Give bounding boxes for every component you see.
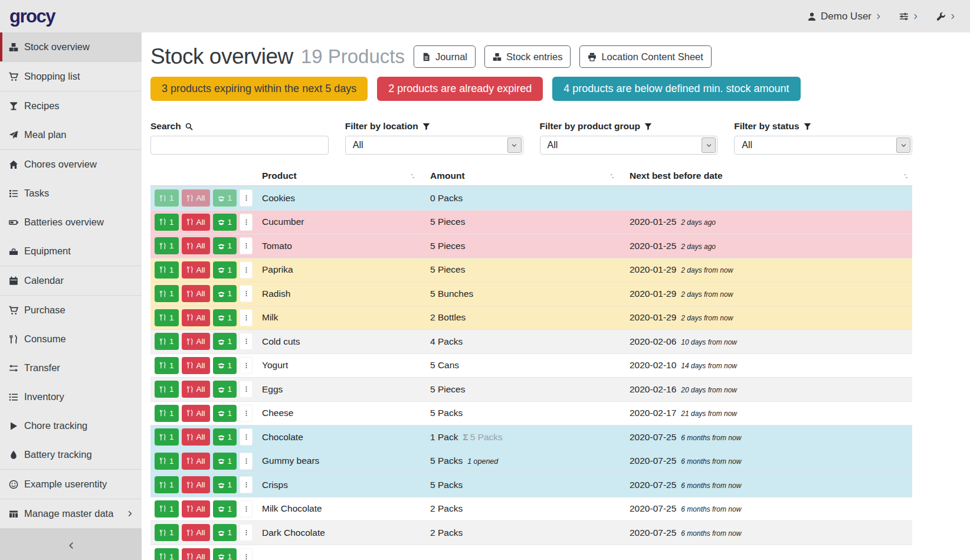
product-column-header[interactable]: Product <box>257 171 425 181</box>
best-before-column-header[interactable]: Next best before date <box>624 171 912 181</box>
consume-all-button[interactable]: All <box>182 428 210 446</box>
consume-all-button[interactable]: All <box>182 381 210 398</box>
sidebar-item-manage-master-data[interactable]: Manage master data <box>0 499 142 528</box>
consume-all-button[interactable]: All <box>182 500 210 518</box>
consume-one-button[interactable]: 1 <box>155 548 179 560</box>
expiring-alert[interactable]: 3 products expiring within the next 5 da… <box>150 77 368 101</box>
sidebar-item-consume[interactable]: Consume <box>0 325 142 353</box>
status-filter-select[interactable]: All <box>734 136 912 155</box>
consume-one-button[interactable]: 1 <box>155 237 179 254</box>
open-one-button[interactable]: 1 <box>213 548 237 560</box>
sidebar-item-tasks[interactable]: Tasks <box>0 179 142 208</box>
consume-all-button[interactable]: All <box>182 476 210 493</box>
consume-all-button[interactable]: All <box>182 189 210 207</box>
consume-one-button[interactable]: 1 <box>155 261 179 279</box>
open-one-button[interactable]: 1 <box>213 214 237 231</box>
open-one-button[interactable]: 1 <box>213 524 237 541</box>
row-more-menu-button[interactable] <box>240 309 253 326</box>
row-actions: 1All1 <box>150 285 257 302</box>
sidebar-item-meal-plan[interactable]: Meal plan <box>0 120 142 149</box>
settings-menu[interactable] <box>899 12 919 21</box>
open-one-button[interactable]: 1 <box>213 333 237 350</box>
user-menu[interactable]: Demo User <box>807 11 881 22</box>
consume-all-button[interactable]: All <box>182 453 210 470</box>
sidebar-item-stock-overview[interactable]: Stock overview <box>0 32 142 61</box>
row-more-menu-button[interactable] <box>240 285 253 302</box>
open-one-button[interactable]: 1 <box>213 285 237 302</box>
open-one-button[interactable]: 1 <box>213 428 237 446</box>
consume-one-button[interactable]: 1 <box>155 476 179 493</box>
sidebar-item-equipment[interactable]: Equipment <box>0 237 142 266</box>
row-more-menu-button[interactable] <box>240 428 253 446</box>
consume-one-button[interactable]: 1 <box>155 381 179 398</box>
consume-all-button[interactable]: All <box>182 548 210 560</box>
journal-button[interactable]: Journal <box>414 45 476 68</box>
open-one-button[interactable]: 1 <box>213 453 237 470</box>
row-more-menu-button[interactable] <box>240 405 253 422</box>
open-one-button[interactable]: 1 <box>213 261 237 279</box>
row-more-menu-button[interactable] <box>240 357 253 374</box>
row-more-menu-button[interactable] <box>240 381 253 398</box>
sidebar-item-transfer[interactable]: Transfer <box>0 353 142 382</box>
consume-all-button[interactable]: All <box>182 237 210 254</box>
sidebar-item-purchase[interactable]: Purchase <box>0 296 142 325</box>
admin-menu[interactable] <box>936 12 956 21</box>
below-min-stock-alert[interactable]: 4 products are below defined min. stock … <box>552 77 800 101</box>
open-one-button[interactable]: 1 <box>213 381 237 398</box>
open-one-button[interactable]: 1 <box>213 500 237 518</box>
row-more-menu-button[interactable] <box>240 524 253 541</box>
open-one-button[interactable]: 1 <box>213 405 237 422</box>
consume-all-button[interactable]: All <box>182 214 210 231</box>
row-more-menu-button[interactable] <box>240 476 253 493</box>
consume-one-button[interactable]: 1 <box>155 189 179 207</box>
row-more-menu-button[interactable] <box>240 237 253 254</box>
consume-all-button[interactable]: All <box>182 333 210 350</box>
row-more-menu-button[interactable] <box>240 500 253 518</box>
location-filter-select[interactable]: All <box>345 136 523 155</box>
sidebar-item-chore-tracking[interactable]: Chore tracking <box>0 411 142 440</box>
row-more-menu-button[interactable] <box>240 333 253 350</box>
row-more-menu-button[interactable] <box>240 453 253 470</box>
location-content-sheet-button[interactable]: Location Content Sheet <box>579 45 711 68</box>
consume-all-button[interactable]: All <box>182 285 210 302</box>
consume-all-button[interactable]: All <box>182 405 210 422</box>
consume-all-button[interactable]: All <box>182 357 210 374</box>
open-one-button[interactable]: 1 <box>213 476 237 493</box>
sidebar-item-example-userentity[interactable]: Example userentity <box>0 470 142 499</box>
consume-one-button[interactable]: 1 <box>155 405 179 422</box>
consume-all-button[interactable]: All <box>182 261 210 279</box>
consume-one-button[interactable]: 1 <box>155 357 179 374</box>
sidebar-item-battery-tracking[interactable]: Battery tracking <box>0 440 142 469</box>
sidebar-item-inventory[interactable]: Inventory <box>0 382 142 411</box>
row-more-menu-button[interactable] <box>240 261 253 279</box>
open-one-button[interactable]: 1 <box>213 189 237 207</box>
consume-all-button[interactable]: All <box>182 309 210 326</box>
consume-one-button[interactable]: 1 <box>155 285 179 302</box>
stock-entries-button[interactable]: Stock entries <box>484 45 571 68</box>
sidebar-item-batteries-overview[interactable]: Batteries overview <box>0 208 142 237</box>
consume-one-button[interactable]: 1 <box>155 309 179 326</box>
sidebar-item-calendar[interactable]: Calendar <box>0 266 142 295</box>
consume-one-button[interactable]: 1 <box>155 214 179 231</box>
amount-column-header[interactable]: Amount <box>425 171 624 181</box>
consume-one-button[interactable]: 1 <box>155 453 179 470</box>
consume-one-button[interactable]: 1 <box>155 524 179 541</box>
open-one-button[interactable]: 1 <box>213 357 237 374</box>
search-input[interactable] <box>150 136 329 155</box>
row-more-menu-button[interactable] <box>240 189 253 207</box>
row-more-menu-button[interactable] <box>240 548 253 560</box>
row-more-menu-button[interactable] <box>240 214 253 231</box>
sidebar-item-shopping-list[interactable]: Shopping list <box>0 62 142 91</box>
consume-all-button[interactable]: All <box>182 524 210 541</box>
product-group-filter-select[interactable]: All <box>540 136 718 155</box>
open-one-button[interactable]: 1 <box>213 309 237 326</box>
open-one-button[interactable]: 1 <box>213 237 237 254</box>
expired-alert[interactable]: 2 products are already expired <box>377 77 543 101</box>
consume-one-button[interactable]: 1 <box>155 333 179 350</box>
sidebar-item-recipes[interactable]: Recipes <box>0 91 142 120</box>
app-logo[interactable]: grocy <box>9 6 55 27</box>
consume-one-button[interactable]: 1 <box>155 428 179 446</box>
sidebar-item-chores-overview[interactable]: Chores overview <box>0 150 142 179</box>
consume-one-button[interactable]: 1 <box>155 500 179 518</box>
sidebar-collapse-button[interactable] <box>0 529 142 560</box>
